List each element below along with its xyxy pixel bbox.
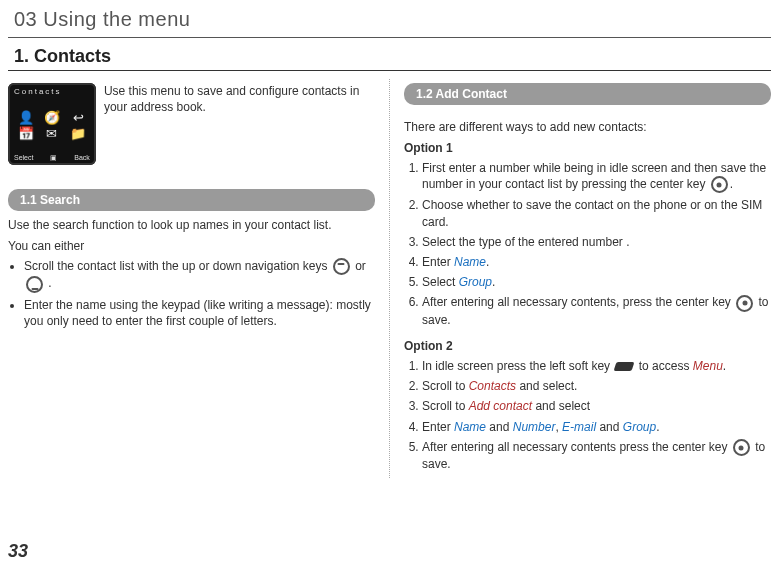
opt1-step3: Select the type of the entered number . — [422, 234, 771, 250]
center-key-icon — [736, 295, 753, 312]
phone-softkey-select: Select — [14, 153, 33, 162]
calendar-icon: 📅 — [14, 127, 37, 140]
opt2-step1: In idle screen press the left soft key t… — [422, 358, 771, 374]
you-can-either: You can either — [8, 238, 375, 254]
phone-screenshot: Contacts 👤 🧭 ↩ 📅 ✉ 📁 Select ▣ Back — [8, 83, 96, 165]
left-soft-key-icon — [614, 362, 635, 371]
nav-up-icon — [333, 258, 350, 275]
option2-title: Option 2 — [404, 338, 771, 354]
nav-down-icon — [26, 276, 43, 293]
phone-softkey-ok: ▣ — [50, 153, 57, 162]
opt2-step3: Scroll to Add contact and select — [422, 398, 771, 414]
phone-title: Contacts — [14, 87, 62, 98]
right-column: 1.2 Add Contact There are different ways… — [390, 79, 771, 478]
call-log-icon: ↩ — [67, 111, 90, 124]
contact-icon: 👤 — [14, 111, 37, 124]
left-column: Contacts 👤 🧭 ↩ 📅 ✉ 📁 Select ▣ Back Use t… — [8, 79, 389, 478]
opt1-step4: Enter Name. — [422, 254, 771, 270]
left-subheading: 1.1 Search — [8, 189, 375, 211]
center-key-icon — [711, 176, 728, 193]
add-contact-intro: There are different ways to add new cont… — [404, 119, 771, 135]
option1-title: Option 1 — [404, 140, 771, 156]
message-icon: ✉ — [40, 127, 63, 140]
opt1-step2: Choose whether to save the contact on th… — [422, 197, 771, 229]
right-subheading: 1.2 Add Contact — [404, 83, 771, 105]
center-key-icon — [733, 439, 750, 456]
section-title: 1. Contacts — [8, 44, 771, 71]
opt2-step5: After entering all necessary contents pr… — [422, 439, 771, 473]
folder-icon: 📁 — [67, 127, 90, 140]
bullet-type: Enter the name using the keypad (like wr… — [24, 297, 375, 329]
opt2-step4: Enter Name and Number, E-mail and Group. — [422, 419, 771, 435]
opt1-step1: First enter a number while being in idle… — [422, 160, 771, 194]
opt1-step5: Select Group. — [422, 274, 771, 290]
opt2-step2: Scroll to Contacts and select. — [422, 378, 771, 394]
compass-icon: 🧭 — [40, 111, 63, 124]
opt1-step6: After entering all necessary contents, p… — [422, 294, 771, 328]
bullet-scroll: Scroll the contact list with the up or d… — [24, 258, 375, 293]
intro-text: Use this menu to save and configure cont… — [104, 83, 375, 169]
search-description: Use the search function to look up names… — [8, 217, 375, 233]
chapter-title: 03 Using the menu — [8, 0, 771, 38]
phone-softkey-back: Back — [74, 153, 90, 162]
page-number: 33 — [8, 539, 28, 563]
